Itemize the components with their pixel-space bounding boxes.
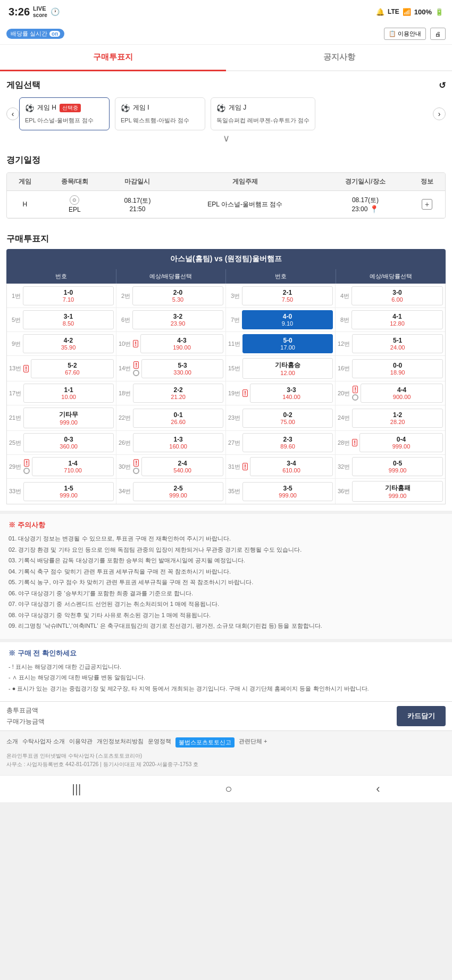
radio-indicator[interactable] [23, 468, 30, 474]
bet-box[interactable]: 1-110.00 [23, 384, 114, 403]
bet-box[interactable]: 0-3360.00 [23, 433, 114, 452]
game-selection-section: 게임선택 ↺ ‹ ⚽ 게임 H 선택중 EPL 아스널-울버햄프 점수 [0, 71, 452, 155]
bet-box[interactable]: 3-3140.00 [250, 384, 333, 403]
grid-cell: 35번3-5999.00 [226, 479, 336, 504]
bet-box[interactable]: 2-389.60 [242, 433, 333, 452]
prev-game-btn[interactable]: ‹ [6, 107, 19, 120]
bet-score: 5-0 [246, 337, 329, 344]
bet-score: 2-2 [137, 386, 220, 394]
bet-box[interactable]: 3-223.90 [132, 310, 223, 329]
bet-box[interactable]: 4-09.10 [242, 310, 333, 329]
footer-link[interactable]: 이용약관 [69, 737, 93, 748]
bet-number: 12번 [338, 340, 350, 348]
bet-box[interactable]: 0-4999.00 [359, 433, 443, 452]
col-sport: 종목/대회 [43, 173, 106, 191]
bet-score: 4-4 [364, 386, 439, 394]
bet-box[interactable]: 1-5999.00 [23, 482, 114, 501]
bet-number: 22번 [119, 414, 131, 422]
bet-box[interactable]: 3-18.50 [23, 310, 114, 329]
urgent-icon: ! [353, 386, 358, 393]
bet-box[interactable]: 3-06.00 [351, 286, 443, 305]
bet-box[interactable]: 4-4900.00 [361, 384, 443, 403]
bet-score: 1-5 [27, 485, 110, 492]
grid-cell: 30번!2-4540.00 [116, 455, 226, 478]
bet-number: 20번 [338, 389, 350, 397]
game-card-I[interactable]: ⚽ 게임 I EPL 웨스트햄-아빌라 점수 [115, 97, 205, 130]
refresh-icon[interactable]: ↺ [439, 80, 446, 90]
game-card-H[interactable]: ⚽ 게임 H 선택중 EPL 아스널-울버햄프 점수 [19, 97, 110, 130]
bet-box[interactable]: 2-5999.00 [133, 482, 223, 501]
bet-box[interactable]: 2-05.30 [132, 286, 223, 305]
nav-home-icon[interactable]: ○ [225, 782, 232, 796]
bet-box[interactable]: 3-4610.00 [250, 457, 333, 476]
bet-box[interactable]: 2-221.20 [133, 384, 223, 403]
note-item: 08. 야구 대상경기 중 악천후 및 기타 사유로 취소된 경기는 1 매에 … [9, 611, 443, 620]
footer-link[interactable]: 개인정보처리방침 [97, 737, 144, 748]
bet-box[interactable]: 0-126.60 [133, 409, 223, 428]
bet-score: 4-3 [144, 337, 220, 344]
radio-indicator[interactable] [133, 370, 139, 376]
footer-link[interactable]: 소개 [6, 737, 18, 748]
row-datetime: 08.17(토) 23:00 📍 [322, 191, 409, 218]
grid-cell: 6번3-223.90 [116, 308, 226, 331]
bet-box[interactable]: 1-228.20 [352, 409, 443, 428]
grid-row: 9번4-235.9010번!4-3190.0011번5-017.0012번5-1… [7, 331, 445, 355]
bet-odds: 28.20 [356, 419, 439, 425]
footer-link[interactable]: 운영정책 [148, 737, 171, 748]
grid-cell: 10번!4-3190.00 [116, 332, 226, 355]
urgent-icon: ! [24, 459, 29, 467]
bet-box[interactable]: 4-235.90 [23, 334, 114, 353]
notes-section: ※ 주의사항 01. 대상경기 정보는 변경될 수 있으므로, 투표권 구매 전… [0, 511, 452, 639]
purchase-betting-section: 구매투표지 아스널(홈팀) vs (원정팀)울버햄프 번호 예상/배당률선택 번… [0, 227, 452, 511]
game-card-J[interactable]: ⚽ 게임 J 독일슈퍼컵 레버쿠젠-슈투트가 점수 [211, 97, 315, 130]
bet-box[interactable]: 5-3330.00 [141, 359, 223, 378]
footer-link[interactable]: 불법스포츠토토신고 [175, 737, 235, 748]
footer-link[interactable]: 수탁사업자 소개 [22, 737, 65, 748]
bet-box[interactable]: 2-17.50 [242, 286, 333, 305]
bet-box[interactable]: 기타홈패999.00 [352, 481, 443, 502]
add-info-btn[interactable]: + [422, 199, 432, 210]
bet-odds: 540.00 [145, 467, 220, 474]
game-J-label: 게임 J [229, 103, 246, 112]
bet-box[interactable]: 0-5999.00 [352, 457, 443, 476]
nav-back-icon[interactable]: ‹ [376, 782, 380, 796]
bet-number: 28번 [338, 439, 350, 447]
bet-box[interactable]: 5-124.00 [352, 334, 443, 353]
tab-notice[interactable]: 공지사항 [226, 45, 452, 70]
radio-indicator[interactable] [352, 394, 358, 401]
bet-box[interactable]: 1-4710.00 [32, 457, 114, 476]
bet-score: 3-0 [355, 289, 439, 296]
bet-box[interactable]: 3-5999.00 [242, 482, 333, 501]
bet-box[interactable]: 기타홈승12.00 [242, 358, 333, 379]
grid-cell: 31번!3-4610.00 [226, 455, 336, 478]
game-I-desc: EPL 웨스트햄-아빌라 점수 [121, 117, 199, 124]
bet-box[interactable]: 기타무999.00 [23, 408, 114, 428]
bet-box[interactable]: 5-267.60 [31, 359, 114, 378]
print-icon: 🖨 [435, 31, 441, 37]
bet-box[interactable]: 4-3190.00 [140, 334, 223, 353]
footer-link[interactable]: 관련단체 + [239, 737, 267, 748]
bet-box[interactable]: 5-017.00 [242, 334, 333, 353]
radio-indicator[interactable] [133, 468, 139, 474]
footer-links: 소개수탁사업자 소개이용약관개인정보처리방침운영정책불법스포츠토토신고관련단체 … [6, 737, 446, 748]
col-info: 정보 [409, 173, 445, 191]
next-game-btn[interactable]: › [433, 107, 446, 120]
help-button[interactable]: 📋 이용안내 [384, 28, 426, 40]
bet-box[interactable]: 2-4540.00 [141, 457, 223, 476]
bet-box[interactable]: 0-018.90 [352, 359, 443, 378]
bet-odds: 17.00 [246, 344, 329, 351]
bet-box[interactable]: 4-112.80 [351, 310, 443, 329]
print-button[interactable]: 🖨 [430, 28, 446, 40]
soccer-icon-H: ⚽ [25, 104, 34, 112]
expand-games-btn[interactable]: ∨ [6, 130, 446, 146]
card-button[interactable]: 카드담기 [397, 706, 446, 726]
bet-box[interactable]: 1-3160.00 [133, 433, 223, 452]
bet-box[interactable]: 0-275.00 [242, 409, 333, 428]
bet-box[interactable]: 1-07.10 [23, 286, 114, 305]
game-section-title: 게임선택 [6, 80, 40, 91]
row-info[interactable]: + [409, 191, 445, 218]
gh4: 예상/배당률선택 [336, 269, 446, 284]
tab-purchase[interactable]: 구매투표지 [0, 45, 226, 71]
nav-menu-icon[interactable]: ||| [72, 782, 81, 796]
bet-odds: 999.00 [246, 492, 329, 499]
